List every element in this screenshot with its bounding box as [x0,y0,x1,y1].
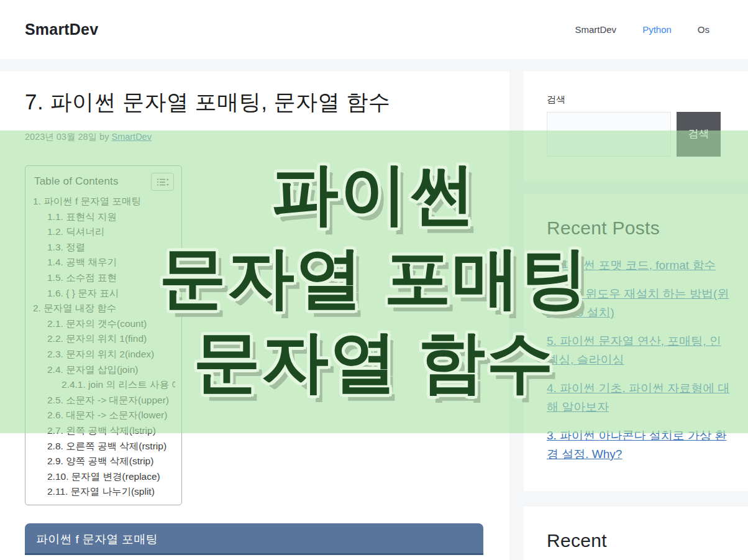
toc-item[interactable]: 2.6. 대문자 -> 소문자(lower) [33,408,175,423]
search-widget: 검색 검색 [524,71,748,181]
recent-post-link[interactable]: 6. 파이썬 포맷 코드, format 함수 [547,256,732,275]
search-label: 검색 [547,94,565,106]
site-header: SmartDev SmartDevPythonOs [0,0,748,59]
recent-posts-widget: Recent Posts 6. 파이썬 포맷 코드, format 함수혼자서 … [524,194,748,491]
page-title: 7. 파이썬 문자열 포매팅, 문자열 함수 [25,88,485,117]
toc-item[interactable]: 2.10. 문자열 변경(replace) [33,469,175,485]
toc-item[interactable]: 2.3. 문자의 위치 2(index) [33,347,175,362]
toc-item[interactable]: 2.5. 소문자 -> 대문자(upper) [33,393,175,408]
toc-list: 1. 파이썬 f 문자열 포매팅1.1. 표현식 지원1.2. 딕셔너리1.3.… [25,193,181,507]
toc-item[interactable]: 1.2. 딕셔너리 [33,224,175,240]
nav-item-os[interactable]: Os [698,24,709,35]
toc-item[interactable]: 1. 파이썬 f 문자열 포매팅 [33,194,175,209]
nav-item-smartdev[interactable]: SmartDev [575,24,616,35]
recent-comments-title: Recent [547,530,607,551]
toc-item[interactable]: 2.2. 문자의 위치 1(find) [33,331,175,347]
site-logo[interactable]: SmartDev [25,21,98,39]
toc-item[interactable]: 2.7. 왼쪽 공백 삭제(lstrip) [33,423,175,439]
toc-item[interactable]: 1.4. 공백 채우기 [33,255,175,270]
search-button[interactable]: 검색 [677,112,721,157]
toc-title: Table of Contents [34,175,119,187]
nav-item-python[interactable]: Python [642,24,672,35]
toc-item[interactable]: 2. 문자열 내장 함수 [33,301,175,316]
toc-item[interactable]: 1.6. { } 문자 표시 [33,286,175,301]
search-input[interactable] [547,112,671,157]
toc-item[interactable]: 1.1. 표현식 지원 [33,209,175,225]
section-header-text: 파이썬 f 문자열 포매팅 [36,533,158,546]
toc-item[interactable]: 2.9. 양쪽 공백 삭제(strip) [33,454,175,469]
toc-header: Table of Contents [25,174,181,193]
recent-post-link[interactable]: 5. 파이썬 문자열 연산, 포매팅, 인덱싱, 슬라이싱 [547,332,732,369]
toc-item[interactable]: 1.5. 소수점 표현 [33,270,175,286]
recent-posts-list: 6. 파이썬 포맷 코드, format 함수혼자서 윈도우 재설치 하는 방법… [547,256,732,474]
post-meta: 2023년 03월 28일 by SmartDev [25,131,152,143]
search-row: 검색 [547,112,721,157]
toc-toggle-button[interactable] [151,173,174,191]
recent-post-link[interactable]: 혼자서 윈도우 재설치 하는 방법(윈도우10 설치) [547,285,732,322]
table-of-contents: Table of Contents 1. 파이썬 f 문자열 포매팅1.1. 표… [25,165,182,505]
recent-comments-widget: Recent [524,507,748,560]
byline-label: by [99,132,109,142]
recent-post-link[interactable]: 3. 파이썬 아나콘다 설치로 가상 환경 설정. Why? [547,426,732,464]
recent-posts-title: Recent Posts [547,218,660,239]
toc-item[interactable]: 2.11. 문자열 나누기(split) [33,484,175,500]
toc-item[interactable]: 2.4. 문자열 삽입(join) [33,362,175,378]
toc-item[interactable]: 2.8. 오른쪽 공백 삭제(rstrip) [33,439,175,454]
author-link[interactable]: SmartDev [111,132,151,142]
toc-list-toggle-icon [157,178,169,186]
main-content: 7. 파이썬 문자열 포매팅, 문자열 함수 2023년 03월 28일 by … [0,71,509,560]
toc-item[interactable]: 2.4.1. join 의 리스트 사용 예 [33,377,175,393]
recent-post-link[interactable]: 4. 파이썬 기초. 파이썬 자료형에 대해 알아보자 [547,379,732,416]
section-header-bar: 파이썬 f 문자열 포매팅 [25,523,483,555]
toc-item[interactable]: 2.1. 문자의 갯수(count) [33,316,175,332]
main-nav: SmartDevPythonOs [575,24,709,35]
post-date: 2023년 03월 28일 [25,132,97,142]
toc-item[interactable]: 1.3. 정렬 [33,240,175,255]
